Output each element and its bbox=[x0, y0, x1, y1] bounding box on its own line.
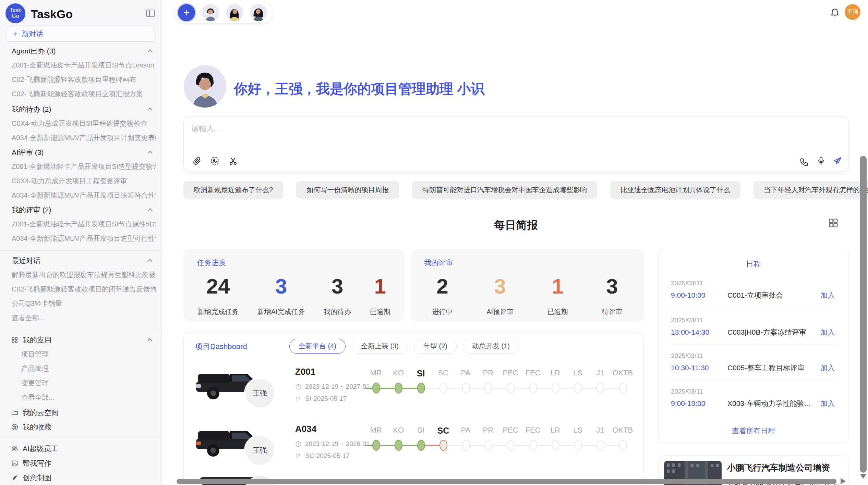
sidebar-item[interactable]: A034-全新新能源MUV产品开发项目计划变更表编写 bbox=[12, 133, 156, 142]
apps-grid-icon bbox=[11, 336, 19, 344]
scroll-down-arrow-icon[interactable] bbox=[860, 474, 866, 479]
scissors-icon[interactable] bbox=[228, 156, 238, 166]
sidebar-item-favorites[interactable]: 我的收藏 bbox=[11, 422, 156, 432]
apps-view-all[interactable]: 查看全部... bbox=[21, 393, 155, 402]
schedule-date: 2025/03/11 bbox=[671, 388, 703, 395]
chevron-up-icon[interactable] bbox=[146, 257, 154, 265]
sidebar-collapse-icon[interactable] bbox=[145, 8, 156, 18]
suggestion-chip[interactable]: 特朗普可能对进口汽车增税会对中国车企造成哪些影响 bbox=[412, 181, 597, 199]
chevron-up-icon[interactable] bbox=[146, 336, 154, 344]
stat-overdue: 1 已逾期 bbox=[547, 274, 568, 316]
suggestion-chip[interactable]: 欧洲新规最近颁布了什么? bbox=[183, 181, 283, 199]
section-recent-chats[interactable]: 最近对话 bbox=[12, 256, 156, 266]
stat-new-done: 24 新增完成任务 bbox=[197, 274, 239, 316]
sidebar-item[interactable]: Z001-全新燃油皮卡产品开发项目SI节点Lesson Learn报告 bbox=[12, 60, 156, 70]
sidebar-item[interactable]: A034-全新新能源MUV产品开发项目造型可行性评审 bbox=[12, 234, 156, 243]
recent-chat-item[interactable]: C02-飞腾新能源轻客改款项目的闭环通告反馈情况 bbox=[12, 284, 156, 294]
microphone-icon[interactable] bbox=[816, 156, 826, 165]
project-flag-date: SC-2025-05-17 bbox=[295, 452, 350, 460]
sidebar-item-write-helper[interactable]: 帮我写作 bbox=[11, 458, 156, 469]
tab-powertrain[interactable]: 动总开发 (1) bbox=[463, 339, 519, 354]
app-title: TaskGo bbox=[31, 8, 73, 21]
join-link[interactable]: 加入 bbox=[820, 290, 835, 300]
recent-view-all[interactable]: 查看全部... bbox=[12, 313, 156, 323]
quick-access-bar: + bbox=[174, 2, 273, 23]
owner-badge: 王强 bbox=[244, 377, 276, 409]
project-row[interactable]: 王强 Z001 2023-12-19 ~ 2027-01-19 SI-2025-… bbox=[184, 362, 644, 420]
add-contact-button[interactable]: + bbox=[178, 4, 195, 21]
sidebar-item[interactable]: C0X4-动力总成开发项目SI里程碑提交物检查 bbox=[12, 119, 156, 128]
section-my-todo[interactable]: 我的待办 (2) bbox=[12, 104, 156, 114]
user-avatar[interactable]: 王强 bbox=[845, 4, 860, 20]
new-chat-label: 新对话 bbox=[22, 29, 43, 39]
section-title: 我的应用 bbox=[23, 335, 51, 345]
attachment-icon[interactable] bbox=[192, 156, 202, 166]
sidebar-item[interactable]: Z001-全新燃油轻卡产品开发项目SI节点属性5D文件评审 bbox=[12, 219, 156, 229]
schedule-time: 9:00-10:00 bbox=[671, 291, 727, 299]
chevron-up-icon[interactable] bbox=[146, 148, 154, 157]
task-progress-card: 任务进度 24 新增完成任务 3 新增AI完成任务 3 我的待办 1 已逾期 bbox=[183, 249, 405, 322]
phone-call-icon[interactable] bbox=[799, 157, 809, 167]
flag-icon bbox=[295, 396, 302, 402]
greeting-text: 你好，王强，我是你的项目管理助理 小识 bbox=[234, 79, 484, 98]
suggestion-chip[interactable]: 比亚迪全固态电池计划具体说了什么 bbox=[610, 181, 740, 199]
scroll-right-arrow-icon[interactable] bbox=[841, 478, 846, 484]
project-row[interactable]: 王强 A034 2023-12-19 ~ 2026-01-19 SC-2025-… bbox=[184, 419, 644, 477]
notifications-bell-icon[interactable] bbox=[830, 7, 840, 17]
recent-chat-item[interactable]: 解释最新出台的欧盟报废车法规再生塑料比例被调至15%... bbox=[12, 270, 156, 279]
suggestion-chip[interactable]: 当下年轻人对汽车外观有怎样的喜好趋势 bbox=[754, 181, 868, 199]
schedule-panel: 日程 2025/03/11 9:00-10:00 C001-立项审批会 加入 2… bbox=[658, 249, 849, 443]
chevron-up-icon[interactable] bbox=[146, 47, 154, 55]
app-logo: Task Go bbox=[5, 3, 25, 23]
vertical-scrollbar[interactable] bbox=[860, 156, 867, 473]
tab-new-platform[interactable]: 全新平台 (4) bbox=[289, 339, 346, 354]
sidebar-item[interactable]: C02-飞腾新能源轻客改款项目里程碑画布 bbox=[12, 75, 156, 84]
stat-new-ai-done: 3 新增AI完成任务 bbox=[257, 274, 305, 316]
join-link[interactable]: 加入 bbox=[820, 327, 835, 337]
schedule-item: 9:00-10:00 X003-车辆动力学性能验... 加入 bbox=[671, 399, 835, 408]
project-name: Z001 bbox=[295, 366, 315, 377]
divider bbox=[671, 309, 836, 309]
recent-chat-item[interactable]: 公司Q3轻卡销量 bbox=[12, 299, 156, 308]
avatar-contact-1[interactable] bbox=[202, 4, 219, 21]
layout-grid-icon[interactable] bbox=[828, 217, 839, 229]
milestone-labels: MR KO SI SC PA PR PEC FEC LR LS J1 OKTB bbox=[365, 369, 634, 378]
sidebar-item-creative-drawing[interactable]: 创意制图 bbox=[11, 473, 156, 483]
assistant-avatar bbox=[184, 65, 226, 108]
chevron-up-icon[interactable] bbox=[146, 206, 154, 214]
stat-ai-prereview: 3 AI预评审 bbox=[486, 274, 514, 316]
new-chat-button[interactable]: + 新对话 bbox=[7, 26, 155, 42]
sidebar-item-cloud-space[interactable]: 我的云空间 bbox=[11, 408, 156, 418]
sidebar-item-ai-employee[interactable]: AI超级员工 bbox=[11, 444, 156, 454]
avatar-contact-3[interactable] bbox=[250, 4, 267, 21]
sidebar-item[interactable]: Z001-全新燃油轻卡产品开发项目SI造型提交物评审 bbox=[12, 162, 156, 171]
sidebar: Task Go TaskGo + 新对话 Agent已办 (3) Z001-全新… bbox=[0, 0, 162, 485]
section-my-apps[interactable]: 我的应用 bbox=[11, 335, 156, 345]
tab-year-model[interactable]: 年型 (2) bbox=[414, 339, 457, 354]
view-all-schedule-link[interactable]: 查看所有日程 bbox=[659, 426, 848, 436]
schedule-title: 日程 bbox=[659, 259, 848, 269]
app-item[interactable]: 项目管理 bbox=[21, 349, 155, 359]
current-milestone-label: SC bbox=[432, 426, 454, 436]
section-my-review[interactable]: 我的评审 (2) bbox=[12, 205, 156, 215]
section-agent-done[interactable]: Agent已办 (3) bbox=[12, 46, 156, 56]
project-flag-date: SI-2025-05-17 bbox=[295, 395, 347, 402]
section-ai-review[interactable]: AI评审 (3) bbox=[12, 147, 156, 158]
flag-icon bbox=[295, 453, 302, 459]
avatar-contact-2[interactable] bbox=[226, 4, 243, 21]
send-icon[interactable] bbox=[833, 156, 842, 165]
suggestion-chip[interactable]: 如何写一份清晰的项目周报 bbox=[296, 181, 399, 199]
sidebar-item[interactable]: C02-飞腾新能源轻客改款项目立项汇报方案 bbox=[12, 89, 156, 99]
horizontal-scrollbar[interactable] bbox=[177, 479, 836, 484]
image-upload-icon[interactable] bbox=[210, 156, 220, 166]
tab-new-body[interactable]: 全新上装 (3) bbox=[352, 339, 408, 354]
sidebar-item[interactable]: C0X4-动力总成开发项目工程变更评审 bbox=[12, 176, 156, 186]
app-item[interactable]: 产品管理 bbox=[21, 364, 155, 373]
schedule-time: 10:30-11:30 bbox=[671, 364, 727, 372]
app-item[interactable]: 变更管理 bbox=[21, 378, 155, 388]
chat-input[interactable] bbox=[191, 124, 740, 148]
join-link[interactable]: 加入 bbox=[820, 363, 835, 373]
join-link[interactable]: 加入 bbox=[820, 399, 835, 408]
chevron-up-icon[interactable] bbox=[146, 105, 154, 113]
sidebar-item[interactable]: A034-全新新能源MUV产品开发项目法规符合性评审 bbox=[12, 190, 156, 200]
